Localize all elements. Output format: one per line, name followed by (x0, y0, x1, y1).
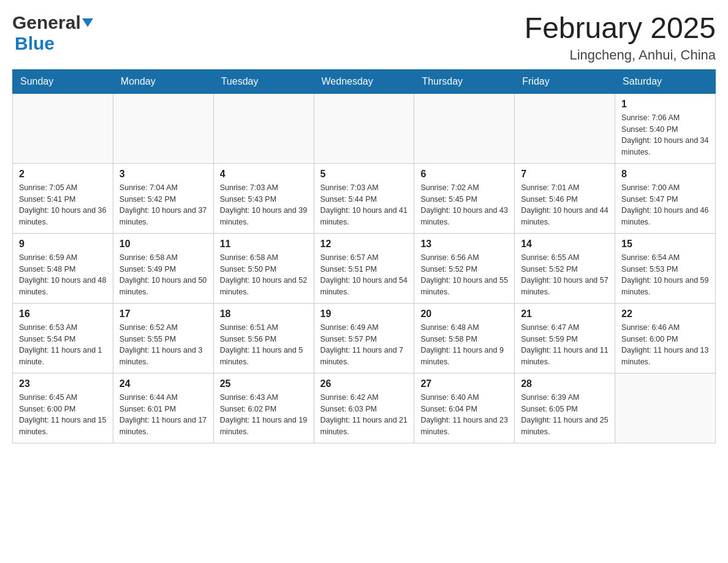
calendar-week-5: 23Sunrise: 6:45 AMSunset: 6:00 PMDayligh… (13, 373, 716, 443)
day-number: 19 (320, 308, 408, 320)
day-info: Sunrise: 7:06 AMSunset: 5:40 PMDaylight:… (621, 112, 709, 158)
day-info: Sunrise: 6:47 AMSunset: 5:59 PMDaylight:… (521, 322, 609, 368)
weekday-header-sunday: Sunday (13, 69, 113, 93)
calendar-header-row: SundayMondayTuesdayWednesdayThursdayFrid… (13, 69, 716, 93)
day-info: Sunrise: 6:54 AMSunset: 5:53 PMDaylight:… (621, 252, 709, 298)
day-info: Sunrise: 6:48 AMSunset: 5:58 PMDaylight:… (420, 322, 508, 368)
calendar-cell: 12Sunrise: 6:57 AMSunset: 5:51 PMDayligh… (314, 233, 414, 303)
day-info: Sunrise: 7:00 AMSunset: 5:47 PMDaylight:… (621, 182, 709, 228)
day-info: Sunrise: 6:56 AMSunset: 5:52 PMDaylight:… (420, 252, 508, 298)
day-number: 6 (420, 169, 508, 180)
day-info: Sunrise: 6:45 AMSunset: 6:00 PMDaylight:… (19, 392, 107, 438)
day-number: 13 (420, 239, 508, 250)
weekday-header-saturday: Saturday (615, 69, 716, 93)
day-number: 25 (220, 378, 308, 389)
calendar-cell: 8Sunrise: 7:00 AMSunset: 5:47 PMDaylight… (615, 163, 716, 233)
day-info: Sunrise: 6:52 AMSunset: 5:55 PMDaylight:… (119, 322, 207, 368)
day-number: 4 (220, 169, 308, 180)
day-number: 24 (119, 378, 207, 389)
logo: General Blue (12, 12, 93, 54)
day-info: Sunrise: 6:40 AMSunset: 6:04 PMDaylight:… (420, 392, 508, 438)
day-info: Sunrise: 7:01 AMSunset: 5:46 PMDaylight:… (521, 182, 609, 228)
calendar-cell: 11Sunrise: 6:58 AMSunset: 5:50 PMDayligh… (213, 233, 314, 303)
month-title: February 2025 (525, 12, 716, 45)
day-info: Sunrise: 6:57 AMSunset: 5:51 PMDaylight:… (320, 252, 408, 298)
day-info: Sunrise: 6:58 AMSunset: 5:50 PMDaylight:… (220, 252, 308, 298)
calendar-cell: 22Sunrise: 6:46 AMSunset: 6:00 PMDayligh… (615, 303, 716, 373)
day-number: 18 (220, 308, 308, 320)
calendar-cell: 10Sunrise: 6:58 AMSunset: 5:49 PMDayligh… (113, 233, 213, 303)
calendar-cell: 24Sunrise: 6:44 AMSunset: 6:01 PMDayligh… (113, 373, 213, 443)
logo-blue-text: Blue (15, 33, 55, 54)
title-block: February 2025 Lingcheng, Anhui, China (525, 12, 716, 63)
calendar-cell (213, 93, 314, 163)
calendar-week-2: 2Sunrise: 7:05 AMSunset: 5:41 PMDaylight… (13, 163, 716, 233)
day-info: Sunrise: 6:53 AMSunset: 5:54 PMDaylight:… (19, 322, 107, 368)
day-number: 26 (320, 378, 408, 389)
calendar-cell: 3Sunrise: 7:04 AMSunset: 5:42 PMDaylight… (113, 163, 213, 233)
day-number: 9 (19, 239, 107, 250)
page-header: General Blue February 2025 Lingcheng, An… (12, 12, 716, 63)
weekday-header-tuesday: Tuesday (213, 69, 314, 93)
weekday-header-wednesday: Wednesday (314, 69, 414, 93)
day-number: 14 (521, 239, 609, 250)
day-number: 8 (621, 169, 709, 180)
day-info: Sunrise: 7:03 AMSunset: 5:44 PMDaylight:… (320, 182, 408, 228)
calendar-cell: 1Sunrise: 7:06 AMSunset: 5:40 PMDaylight… (615, 93, 716, 163)
calendar-cell: 17Sunrise: 6:52 AMSunset: 5:55 PMDayligh… (113, 303, 213, 373)
calendar-cell: 20Sunrise: 6:48 AMSunset: 5:58 PMDayligh… (414, 303, 515, 373)
calendar-cell (314, 93, 414, 163)
calendar-cell (515, 93, 615, 163)
day-info: Sunrise: 6:43 AMSunset: 6:02 PMDaylight:… (220, 392, 308, 438)
day-number: 27 (420, 378, 508, 389)
day-info: Sunrise: 6:42 AMSunset: 6:03 PMDaylight:… (320, 392, 408, 438)
calendar-cell (113, 93, 213, 163)
calendar-week-4: 16Sunrise: 6:53 AMSunset: 5:54 PMDayligh… (13, 303, 716, 373)
day-number: 15 (621, 239, 709, 250)
day-info: Sunrise: 6:44 AMSunset: 6:01 PMDaylight:… (119, 392, 207, 438)
calendar-cell: 15Sunrise: 6:54 AMSunset: 5:53 PMDayligh… (615, 233, 716, 303)
calendar-cell: 5Sunrise: 7:03 AMSunset: 5:44 PMDaylight… (314, 163, 414, 233)
day-info: Sunrise: 6:39 AMSunset: 6:05 PMDaylight:… (521, 392, 609, 438)
day-number: 5 (320, 169, 408, 180)
day-info: Sunrise: 7:05 AMSunset: 5:41 PMDaylight:… (19, 182, 107, 228)
day-info: Sunrise: 6:49 AMSunset: 5:57 PMDaylight:… (320, 322, 408, 368)
day-number: 2 (19, 169, 107, 180)
weekday-header-thursday: Thursday (414, 69, 515, 93)
day-number: 16 (19, 308, 107, 320)
calendar-cell (414, 93, 515, 163)
day-info: Sunrise: 6:51 AMSunset: 5:56 PMDaylight:… (220, 322, 308, 368)
day-number: 12 (320, 239, 408, 250)
calendar-cell: 25Sunrise: 6:43 AMSunset: 6:02 PMDayligh… (213, 373, 314, 443)
calendar-cell: 6Sunrise: 7:02 AMSunset: 5:45 PMDaylight… (414, 163, 515, 233)
calendar-week-3: 9Sunrise: 6:59 AMSunset: 5:48 PMDaylight… (13, 233, 716, 303)
calendar-cell: 14Sunrise: 6:55 AMSunset: 5:52 PMDayligh… (515, 233, 615, 303)
day-number: 10 (119, 239, 207, 250)
calendar-cell: 23Sunrise: 6:45 AMSunset: 6:00 PMDayligh… (13, 373, 113, 443)
calendar-cell: 2Sunrise: 7:05 AMSunset: 5:41 PMDaylight… (13, 163, 113, 233)
day-number: 23 (19, 378, 107, 389)
logo-arrow-icon (82, 18, 93, 27)
calendar-table: SundayMondayTuesdayWednesdayThursdayFrid… (12, 69, 716, 443)
day-number: 22 (621, 308, 709, 320)
calendar-week-1: 1Sunrise: 7:06 AMSunset: 5:40 PMDaylight… (13, 93, 716, 163)
calendar-cell (13, 93, 113, 163)
day-info: Sunrise: 7:02 AMSunset: 5:45 PMDaylight:… (420, 182, 508, 228)
calendar-cell: 26Sunrise: 6:42 AMSunset: 6:03 PMDayligh… (314, 373, 414, 443)
day-number: 28 (521, 378, 609, 389)
calendar-cell: 4Sunrise: 7:03 AMSunset: 5:43 PMDaylight… (213, 163, 314, 233)
calendar-cell: 16Sunrise: 6:53 AMSunset: 5:54 PMDayligh… (13, 303, 113, 373)
calendar-cell: 21Sunrise: 6:47 AMSunset: 5:59 PMDayligh… (515, 303, 615, 373)
calendar-cell: 9Sunrise: 6:59 AMSunset: 5:48 PMDaylight… (13, 233, 113, 303)
weekday-header-friday: Friday (515, 69, 615, 93)
day-number: 1 (621, 99, 709, 110)
calendar-cell: 13Sunrise: 6:56 AMSunset: 5:52 PMDayligh… (414, 233, 515, 303)
calendar-cell: 7Sunrise: 7:01 AMSunset: 5:46 PMDaylight… (515, 163, 615, 233)
day-number: 7 (521, 169, 609, 180)
calendar-cell: 27Sunrise: 6:40 AMSunset: 6:04 PMDayligh… (414, 373, 515, 443)
day-info: Sunrise: 6:59 AMSunset: 5:48 PMDaylight:… (19, 252, 107, 298)
day-info: Sunrise: 6:46 AMSunset: 6:00 PMDaylight:… (621, 322, 709, 368)
location: Lingcheng, Anhui, China (525, 47, 716, 63)
logo-general-text: General (12, 12, 81, 33)
day-number: 17 (119, 308, 207, 320)
